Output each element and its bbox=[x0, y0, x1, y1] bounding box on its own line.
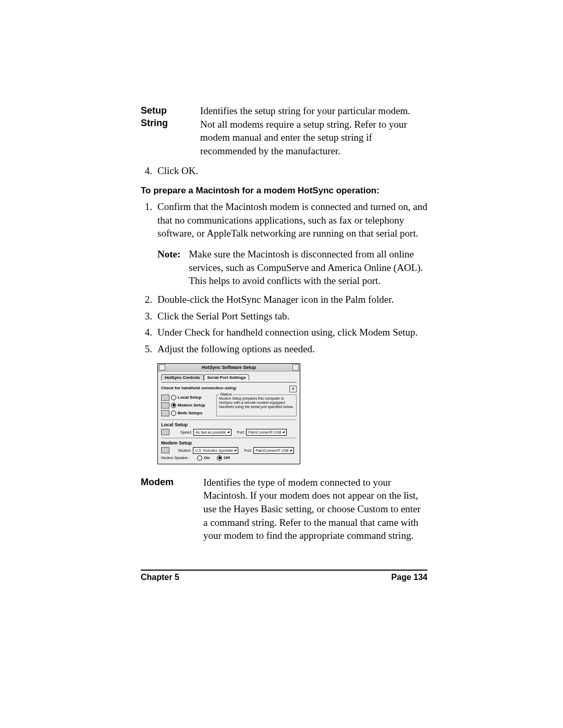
modem-label: Modem: bbox=[178, 449, 191, 452]
step-number: 4. bbox=[141, 326, 152, 339]
chevron-updown-icon: ▴▾ bbox=[227, 430, 229, 434]
chevron-updown-icon: ▴▾ bbox=[290, 449, 292, 452]
modem-speaker-label: Modem Speaker : bbox=[161, 456, 190, 460]
note-body: Make sure the Macintosh is disconnected … bbox=[189, 248, 427, 288]
modem-icon bbox=[161, 447, 169, 453]
definition-modem: Modem Identifies the type of modem conne… bbox=[141, 476, 427, 542]
step-click-ok: 4. Click OK. bbox=[141, 164, 427, 178]
serial-port-icon bbox=[161, 429, 169, 435]
definition-setup-string: Setup String Identifies the setup string… bbox=[141, 104, 427, 158]
help-icon[interactable]: ? bbox=[289, 386, 297, 392]
radio-label: Local Setup bbox=[178, 395, 201, 400]
step-2: 2. Double-click the HotSync Manager icon… bbox=[141, 293, 427, 306]
step-number: 1. bbox=[141, 200, 152, 240]
page-footer: Chapter 5 Page 134 bbox=[141, 570, 427, 582]
step-1: 1. Confirm that the Macintosh modem is c… bbox=[141, 200, 427, 240]
document-page: Setup String Identifies the setup string… bbox=[0, 0, 563, 728]
radio-label: On bbox=[204, 455, 210, 460]
step-number: 4. bbox=[141, 164, 152, 178]
dropdown-value: PalmConnect® USB bbox=[255, 448, 289, 453]
status-text: Modem Setup prepares this computer to Ho… bbox=[219, 397, 294, 409]
radio-icon bbox=[171, 411, 176, 416]
footer-rule bbox=[141, 570, 427, 571]
step-number: 3. bbox=[141, 310, 152, 323]
definition-body: Identifies the type of modem connected t… bbox=[203, 476, 427, 542]
modem-setup-section: Modem Setup Modem: U.S. Robotics Sportst… bbox=[161, 438, 297, 461]
step-number: 2. bbox=[141, 293, 152, 306]
serial-port-icon bbox=[161, 394, 169, 401]
window-title: HotSync Software Setup bbox=[166, 365, 291, 370]
radio-local-setup[interactable]: Local Setup bbox=[161, 394, 213, 401]
speed-label: Speed: bbox=[180, 430, 192, 434]
step-text: Click OK. bbox=[157, 164, 198, 178]
connection-options: Local Setup Modem Setup Both Setups bbox=[161, 394, 297, 416]
window-titlebar: HotSync Software Setup bbox=[158, 364, 300, 372]
section-title-modem: Modem Setup bbox=[161, 440, 297, 446]
step-5: 5. Adjust the following options as neede… bbox=[141, 342, 427, 356]
modem-dropdown[interactable]: U.S. Robotics Sportster ▴▾ bbox=[193, 447, 238, 454]
radio-modem-setup[interactable]: Modem Setup bbox=[161, 402, 213, 409]
dropdown-value: U.S. Robotics Sportster bbox=[195, 448, 233, 453]
status-fieldset: Status Modem Setup prepares this compute… bbox=[216, 394, 297, 416]
window-body: HotSync Controls Serial Port Settings Ch… bbox=[158, 372, 300, 464]
local-setup-section: Local Setup Speed: As fast as possible ▴… bbox=[161, 419, 297, 436]
tab-strip: HotSync Controls Serial Port Settings bbox=[161, 374, 297, 380]
dropdown-value: PalmConnect® USB bbox=[248, 429, 282, 435]
zoom-icon[interactable] bbox=[292, 364, 299, 371]
note-label: Note: bbox=[157, 248, 180, 288]
port-dropdown-modem[interactable]: PalmConnect® USB ▴▾ bbox=[253, 447, 294, 454]
screenshot-hotsync-setup: HotSync Software Setup HotSync Controls … bbox=[157, 363, 300, 464]
definition-body: Identifies the setup string for your par… bbox=[200, 104, 427, 158]
port-dropdown-local[interactable]: PalmConnect® USB ▴▾ bbox=[246, 429, 287, 436]
port-label: Port: bbox=[237, 430, 245, 434]
definition-term: Modem bbox=[141, 476, 182, 542]
step-4: 4. Under Check for handheld connection u… bbox=[141, 326, 427, 339]
port-label: Port: bbox=[244, 449, 252, 452]
radio-icon bbox=[171, 395, 176, 400]
footer-chapter: Chapter 5 bbox=[141, 573, 179, 582]
section-subheading: To prepare a Macintosh for a modem HotSy… bbox=[141, 186, 427, 196]
radio-both-setups[interactable]: Both Setups bbox=[161, 410, 213, 416]
status-legend: Status bbox=[219, 392, 233, 397]
step-text: Confirm that the Macintosh modem is conn… bbox=[157, 200, 427, 240]
section-title-local: Local Setup bbox=[161, 422, 297, 427]
step-text: Under Check for handheld connection usin… bbox=[157, 326, 418, 339]
chevron-updown-icon: ▴▾ bbox=[234, 449, 236, 452]
dropdown-value: As fast as possible bbox=[195, 429, 226, 435]
radio-speaker-on[interactable]: On bbox=[197, 455, 210, 461]
tab-panel: Check for handheld connection using: ? L… bbox=[161, 382, 297, 461]
close-icon[interactable] bbox=[159, 364, 165, 371]
radio-speaker-off[interactable]: Off bbox=[217, 455, 230, 461]
radio-icon bbox=[171, 403, 176, 408]
chevron-updown-icon: ▴▾ bbox=[283, 430, 285, 434]
tab-hotsync-controls[interactable]: HotSync Controls bbox=[161, 374, 204, 380]
note-block: Note: Make sure the Macintosh is disconn… bbox=[157, 248, 427, 288]
footer-page-number: Page 134 bbox=[391, 573, 427, 582]
radio-label: Modem Setup bbox=[178, 403, 205, 408]
both-icon bbox=[161, 410, 169, 416]
definition-term: Setup String bbox=[141, 104, 188, 158]
step-number: 5. bbox=[141, 342, 152, 356]
step-text: Adjust the following options as needed. bbox=[157, 342, 315, 356]
step-text: Double-click the HotSync Manager icon in… bbox=[157, 293, 394, 306]
modem-icon bbox=[161, 402, 169, 409]
radio-label: Off bbox=[224, 455, 230, 460]
radio-icon bbox=[217, 455, 222, 461]
step-text: Click the Serial Port Settings tab. bbox=[157, 310, 289, 323]
speed-dropdown[interactable]: As fast as possible ▴▾ bbox=[193, 429, 231, 436]
radio-icon bbox=[197, 455, 202, 461]
step-3: 3. Click the Serial Port Settings tab. bbox=[141, 310, 427, 323]
tab-serial-port-settings[interactable]: Serial Port Settings bbox=[204, 374, 250, 380]
radio-label: Both Setups bbox=[178, 411, 202, 415]
